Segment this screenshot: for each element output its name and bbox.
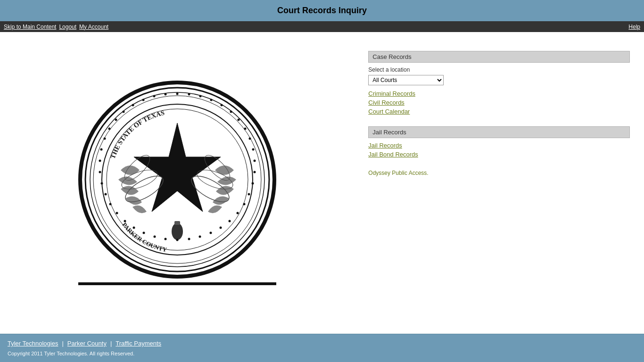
case-records-links: Criminal Records Civil Records Court Cal… [368, 90, 630, 115]
svg-point-29 [248, 193, 250, 196]
svg-point-17 [188, 93, 190, 96]
svg-point-24 [248, 138, 251, 140]
svg-point-36 [188, 238, 190, 240]
svg-point-22 [237, 119, 239, 121]
svg-point-54 [132, 104, 134, 107]
tyler-technologies-link[interactable]: Tyler Technologies [8, 340, 58, 347]
svg-point-51 [108, 128, 110, 130]
svg-point-19 [210, 99, 212, 101]
jail-records-section: Jail Records Jail Records Jail Bond Reco… [368, 126, 630, 160]
svg-point-49 [100, 148, 102, 151]
case-records-section: Case Records Select a location All Court… [368, 51, 630, 117]
svg-point-12 [172, 223, 183, 240]
svg-point-46 [100, 182, 103, 185]
select-location-label: Select a location [368, 66, 630, 73]
svg-point-33 [219, 227, 222, 229]
svg-point-35 [198, 236, 201, 238]
page-footer: Tyler Technologies | Parker County | Tra… [0, 334, 644, 362]
svg-point-18 [199, 95, 201, 98]
page-header: Court Records Inquiry [0, 0, 644, 21]
svg-point-23 [244, 128, 246, 130]
svg-point-16 [176, 93, 178, 95]
svg-point-31 [236, 212, 239, 214]
svg-point-39 [153, 236, 156, 238]
svg-point-32 [228, 220, 231, 222]
svg-point-57 [164, 93, 166, 96]
footer-copyright: Copyright 2011 Tyler Technologies. All r… [8, 351, 636, 356]
svg-text:THE STATE OF TEXAS: THE STATE OF TEXAS [109, 109, 165, 160]
navbar: Skip to Main Content Logout My Account H… [0, 21, 644, 32]
svg-point-47 [99, 171, 101, 173]
court-location-select[interactable]: All Courts [368, 75, 444, 85]
svg-point-34 [209, 232, 212, 234]
svg-point-38 [164, 238, 166, 240]
svg-point-45 [104, 193, 107, 196]
civil-records-link[interactable]: Civil Records [368, 99, 630, 106]
parker-county-link[interactable]: Parker County [67, 340, 107, 347]
my-account-link[interactable]: My Account [79, 24, 108, 30]
logout-link[interactable]: Logout [59, 24, 76, 30]
svg-point-25 [252, 148, 254, 151]
page-title: Court Records Inquiry [0, 6, 644, 16]
svg-point-52 [115, 119, 117, 121]
svg-point-42 [124, 220, 126, 222]
help-link[interactable]: Help [628, 24, 640, 30]
navbar-left: Skip to Main Content Logout My Account [4, 24, 111, 30]
svg-point-48 [99, 160, 101, 162]
jail-records-links: Jail Records Jail Bond Records [368, 142, 630, 158]
main-content: THE STATE OF TEXAS PARKER COUNTY [0, 32, 644, 334]
criminal-records-link[interactable]: Criminal Records [368, 90, 630, 97]
svg-point-43 [116, 212, 118, 214]
right-content-section: Case Records Select a location All Court… [354, 41, 644, 324]
svg-point-26 [253, 160, 256, 162]
svg-point-50 [103, 138, 106, 140]
case-records-header: Case Records [368, 51, 630, 63]
footer-links: Tyler Technologies | Parker County | Tra… [8, 340, 636, 347]
svg-point-27 [253, 171, 256, 173]
svg-marker-5 [134, 123, 221, 212]
svg-point-28 [251, 182, 254, 185]
svg-point-53 [122, 111, 124, 113]
svg-point-21 [230, 111, 232, 113]
seal-underline [78, 282, 276, 285]
odyssey-public-access-text: Odyssey Public Access. [368, 170, 428, 176]
svg-point-20 [220, 104, 223, 107]
jail-records-header: Jail Records [368, 126, 630, 138]
skip-to-main-link[interactable]: Skip to Main Content [4, 24, 56, 30]
svg-point-56 [153, 95, 155, 98]
svg-point-40 [142, 232, 145, 234]
navbar-right: Help [628, 23, 640, 30]
odyssey-text-section: Odyssey Public Access. [368, 169, 630, 176]
footer-separator-2: | [110, 340, 112, 347]
svg-point-55 [142, 99, 144, 101]
svg-point-37 [176, 239, 178, 241]
svg-point-30 [243, 203, 245, 206]
seal-section: THE STATE OF TEXAS PARKER COUNTY [0, 41, 354, 324]
svg-point-44 [109, 203, 111, 206]
seal-svg: THE STATE OF TEXAS PARKER COUNTY [83, 85, 272, 274]
traffic-payments-link[interactable]: Traffic Payments [116, 340, 161, 347]
court-calendar-link[interactable]: Court Calendar [368, 108, 630, 115]
footer-separator-1: | [62, 340, 63, 347]
jail-records-link[interactable]: Jail Records [368, 142, 630, 149]
jail-bond-records-link[interactable]: Jail Bond Records [368, 151, 630, 158]
state-seal: THE STATE OF TEXAS PARKER COUNTY [78, 81, 276, 279]
svg-point-41 [132, 227, 135, 229]
svg-rect-13 [174, 221, 180, 225]
